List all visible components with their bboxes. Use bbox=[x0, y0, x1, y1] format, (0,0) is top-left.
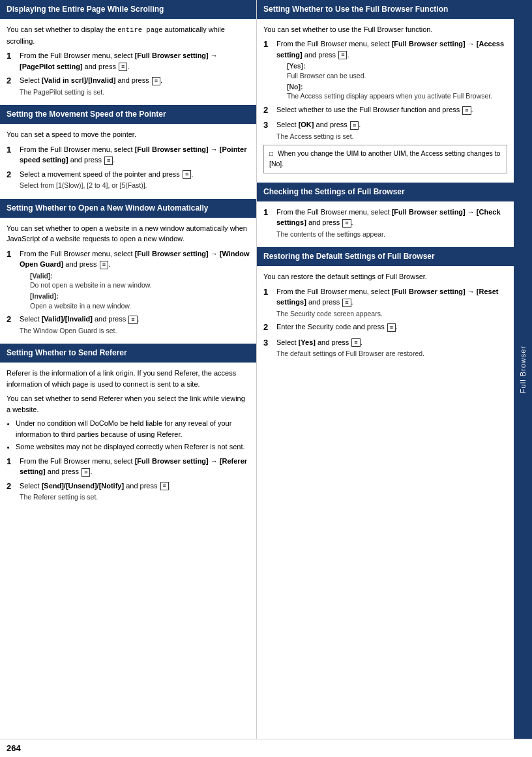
section-body-displaying: You can set whether to display the entir… bbox=[0, 19, 256, 105]
bullet-2: Some websites may not be displayed corre… bbox=[16, 441, 250, 453]
note-uim: When you change the UIM to another UIM, … bbox=[263, 145, 507, 173]
section-intro-referer-1: Referer is the information of a link ori… bbox=[7, 368, 250, 389]
section-checking-settings: Checking the Settings of Full Browser 1 … bbox=[257, 183, 514, 247]
section-header-movement: Setting the Movement Speed of the Pointe… bbox=[0, 105, 256, 124]
main-content: Displaying the Entire Page While Scrolli… bbox=[0, 0, 514, 739]
section-restoring-defaults: Restoring the Default Settings of Full B… bbox=[257, 247, 514, 366]
step-3-restoring: 3 Select [Yes] and press ≡. The default … bbox=[263, 337, 507, 359]
section-body-restoring: You can restore the default settings of … bbox=[257, 266, 514, 367]
section-header-checking: Checking the Settings of Full Browser bbox=[257, 183, 514, 201]
referer-bullets: Under no condition will DoCoMo be held l… bbox=[16, 418, 250, 453]
step-1-restoring: 1 From the Full Browser menu, select [Fu… bbox=[263, 286, 507, 319]
step-1-checking: 1 From the Full Browser menu, select [Fu… bbox=[263, 207, 507, 239]
section-displaying-scrolling: Displaying the Entire Page While Scrolli… bbox=[0, 0, 256, 105]
page-footer: 264 bbox=[0, 739, 532, 757]
sidebar-label: Full Browser bbox=[519, 346, 527, 393]
step-2-new-window: 2 Select [Valid]/[Invalid] and press ≡. … bbox=[7, 314, 250, 335]
step-1-referer: 1 From the Full Browser menu, select [Fu… bbox=[7, 456, 250, 477]
bullet-1: Under no condition will DoCoMo be held l… bbox=[16, 418, 250, 439]
step-1-new-window: 1 From the Full Browser menu, select [Fu… bbox=[7, 248, 250, 311]
section-header-displaying: Displaying the Entire Page While Scrolli… bbox=[0, 0, 256, 19]
left-column: Displaying the Entire Page While Scrolli… bbox=[0, 0, 257, 739]
step-2-displaying: 2 Select [Valid in scrl]/[Invalid] and p… bbox=[7, 75, 250, 96]
section-body-use-browser: You can set whether to use the Full Brow… bbox=[257, 19, 514, 183]
step-2-referer: 2 Select [Send]/[Unsend]/[Notify] and pr… bbox=[7, 481, 250, 502]
right-column: Setting Whether to Use the Full Browser … bbox=[257, 0, 514, 739]
section-intro-use-browser: You can set whether to use the Full Brow… bbox=[263, 24, 507, 35]
section-intro-restoring: You can restore the default settings of … bbox=[263, 271, 507, 282]
section-use-full-browser: Setting Whether to Use the Full Browser … bbox=[257, 0, 514, 183]
section-body-movement: You can set a speed to move the pointer.… bbox=[0, 124, 256, 199]
section-movement-speed: Setting the Movement Speed of the Pointe… bbox=[0, 105, 256, 198]
step-3-use-browser: 3 Select [OK] and press ≡. The Access se… bbox=[263, 119, 507, 141]
section-body-referer: Referer is the information of a link ori… bbox=[0, 363, 256, 511]
step-2-movement: 2 Select a movement speed of the pointer… bbox=[7, 169, 250, 190]
section-header-use-browser: Setting Whether to Use the Full Browser … bbox=[257, 0, 514, 19]
sidebar: Full Browser bbox=[514, 0, 532, 739]
step-2-use-browser: 2 Select whether to use the Full Browser… bbox=[263, 104, 507, 116]
page-container: Displaying the Entire Page While Scrolli… bbox=[0, 0, 532, 739]
section-intro-movement: You can set a speed to move the pointer. bbox=[7, 129, 250, 140]
step-1-movement: 1 From the Full Browser menu, select [Fu… bbox=[7, 144, 250, 166]
section-header-restoring: Restoring the Default Settings of Full B… bbox=[257, 247, 514, 266]
section-header-referer: Setting Whether to Send Referer bbox=[0, 344, 256, 363]
step-1-displaying: 1 From the Full Browser menu, select [Fu… bbox=[7, 50, 250, 72]
step-1-use-browser: 1 From the Full Browser menu, select [Fu… bbox=[263, 38, 507, 101]
section-send-referer: Setting Whether to Send Referer Referer … bbox=[0, 344, 256, 510]
section-intro-new-window: You can set whether to open a website in… bbox=[7, 223, 250, 245]
section-intro-displaying: You can set whether to display the entir… bbox=[7, 24, 250, 46]
section-header-new-window: Setting Whether to Open a New Window Aut… bbox=[0, 199, 256, 218]
section-new-window: Setting Whether to Open a New Window Aut… bbox=[0, 199, 256, 344]
section-body-checking: 1 From the Full Browser menu, select [Fu… bbox=[257, 201, 514, 248]
step-2-restoring: 2 Enter the Security code and press ≡. bbox=[263, 321, 507, 333]
section-body-new-window: You can set whether to open a website in… bbox=[0, 218, 256, 344]
section-intro-referer-2: You can set whether to send Referer when… bbox=[7, 393, 250, 415]
page-number: 264 bbox=[7, 743, 21, 753]
